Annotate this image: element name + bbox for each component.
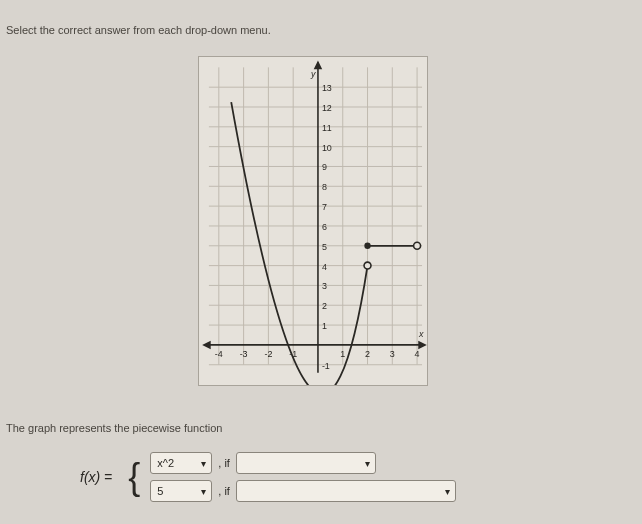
condition-2-select[interactable] [236,480,456,502]
svg-marker-24 [204,342,210,348]
piece-row-1: x^2 , if [150,452,456,474]
svg-text:3: 3 [390,349,395,359]
brace-icon: { [128,462,140,493]
svg-text:2: 2 [365,349,370,359]
svg-text:-2: -2 [264,349,272,359]
piece-2-select[interactable]: 5 [150,480,212,502]
svg-text:1: 1 [340,349,345,359]
svg-text:2: 2 [322,301,327,311]
svg-text:x: x [418,329,424,339]
svg-text:6: 6 [322,222,327,232]
svg-text:4: 4 [415,349,420,359]
svg-text:-3: -3 [240,349,248,359]
svg-text:7: 7 [322,202,327,212]
separator-2: , if [218,485,230,497]
svg-text:11: 11 [322,123,332,133]
closed-endpoint [364,243,370,249]
instruction-text: Select the correct answer from each drop… [6,24,271,36]
statement-text: The graph represents the piecewise funct… [6,422,222,434]
svg-marker-23 [419,342,425,348]
svg-text:4: 4 [322,262,327,272]
open-endpoint-1 [364,262,371,269]
condition-1-select[interactable] [236,452,376,474]
svg-text:10: 10 [322,143,332,153]
svg-text:3: 3 [322,281,327,291]
svg-text:13: 13 [322,83,332,93]
separator-1: , if [218,457,230,469]
svg-text:-4: -4 [215,349,223,359]
svg-text:5: 5 [322,242,327,252]
piece-row-2: 5 , if [150,480,456,502]
svg-text:y: y [310,69,316,79]
curve-parabola [231,102,367,385]
svg-marker-26 [315,62,321,68]
function-definition: f(x) = { x^2 , if 5 , if [80,452,456,502]
graph-svg: 13 12 11 10 9 8 7 6 5 4 3 2 1 -1 -4 -3 -… [199,57,427,385]
open-endpoint-2 [414,242,421,249]
svg-text:9: 9 [322,162,327,172]
svg-text:12: 12 [322,103,332,113]
function-label: f(x) = [80,469,112,485]
svg-text:-1: -1 [322,361,330,371]
svg-text:1: 1 [322,321,327,331]
piece-1-select[interactable]: x^2 [150,452,212,474]
piecewise-graph: 13 12 11 10 9 8 7 6 5 4 3 2 1 -1 -4 -3 -… [198,56,428,386]
svg-text:8: 8 [322,182,327,192]
